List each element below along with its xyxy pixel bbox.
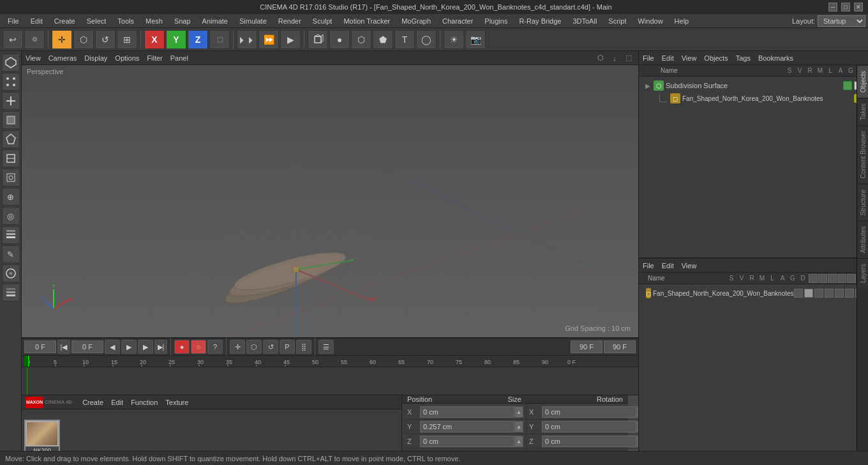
vp-menu-filter[interactable]: Filter bbox=[147, 54, 162, 62]
menu-rray[interactable]: R-Ray Bridge bbox=[514, 16, 566, 26]
tab-layers[interactable]: Layers bbox=[857, 258, 868, 288]
viewport-fullscreen-icon[interactable]: ⬚ bbox=[623, 52, 634, 64]
obj-menu-edit[interactable]: Edit bbox=[662, 54, 674, 62]
timeline-tracks[interactable] bbox=[22, 367, 638, 395]
material-nk200[interactable]: NK200 bbox=[24, 420, 60, 455]
attrib-menu-view[interactable]: View bbox=[682, 262, 697, 270]
obj-menu-file[interactable]: File bbox=[643, 54, 654, 62]
sculpt2-button[interactable] bbox=[2, 264, 20, 282]
polygons-mode-button[interactable] bbox=[2, 111, 20, 129]
size-z-input[interactable]: 0 cm bbox=[542, 436, 636, 447]
obj2-check-v[interactable] bbox=[804, 289, 813, 298]
menu-animate[interactable]: Animate bbox=[197, 16, 233, 26]
points-mode-button[interactable] bbox=[2, 73, 20, 91]
size-x-input[interactable]: 0 cm bbox=[542, 406, 636, 418]
timeline-view-btn[interactable]: ☰ bbox=[318, 340, 334, 354]
maximize-button[interactable]: □ bbox=[841, 3, 850, 11]
mat-menu-function[interactable]: Function bbox=[131, 399, 158, 406]
obj-check-s-subdivision[interactable] bbox=[843, 81, 852, 90]
cube-primitive-button[interactable] bbox=[308, 30, 328, 49]
obj2-check-s[interactable] bbox=[794, 289, 803, 298]
vp-menu-options[interactable]: Options bbox=[115, 54, 139, 62]
obj2-check-r[interactable] bbox=[814, 289, 823, 298]
tab-structure[interactable]: Structure bbox=[857, 184, 868, 221]
layer2-button[interactable] bbox=[2, 284, 20, 301]
start-frame-input[interactable]: 0 F bbox=[24, 340, 56, 353]
obj-row2-banknote[interactable]: ◻ Fan_Shaped_North_Korea_200_Won_Banknot… bbox=[641, 287, 865, 300]
x-axis-button[interactable]: X bbox=[144, 30, 165, 49]
uvw-mode-button[interactable] bbox=[2, 130, 20, 148]
key-back-btn[interactable]: ↺ bbox=[263, 340, 278, 354]
light-button[interactable]: ☀ bbox=[444, 30, 464, 49]
key-frame-btn[interactable]: ⬡ bbox=[246, 340, 262, 354]
transform-button[interactable]: ⊞ bbox=[117, 30, 137, 49]
end-frame-input[interactable]: 90 F bbox=[571, 340, 602, 353]
model-mode-button[interactable] bbox=[2, 54, 20, 72]
attrib-icon-1[interactable] bbox=[809, 274, 818, 283]
layer-button[interactable] bbox=[2, 226, 20, 244]
tab-objects[interactable]: Objects bbox=[857, 65, 868, 98]
menu-plugins[interactable]: Plugins bbox=[479, 16, 513, 26]
vp-menu-cameras[interactable]: Cameras bbox=[49, 54, 77, 62]
sphere-button[interactable]: ● bbox=[329, 30, 350, 49]
menu-window[interactable]: Window bbox=[632, 16, 668, 26]
expand-arrow-subdivision[interactable]: ▶ bbox=[644, 82, 652, 89]
layout-dropdown[interactable]: Startup Standard Modeling bbox=[818, 15, 865, 27]
obj-menu-objects[interactable]: Objects bbox=[704, 54, 728, 62]
play-forward-button[interactable]: ▶ bbox=[121, 340, 137, 354]
attrib-menu-file[interactable]: File bbox=[643, 262, 654, 270]
pos-z-stepper[interactable]: ▲ bbox=[514, 436, 523, 447]
pos-z-input[interactable]: 0 cm bbox=[420, 436, 514, 447]
window-controls[interactable]: ─ □ ✕ bbox=[828, 3, 863, 11]
viewport-canvas[interactable]: Perspective bbox=[22, 65, 638, 337]
vp-menu-display[interactable]: Display bbox=[84, 54, 107, 62]
obj-menu-view[interactable]: View bbox=[682, 54, 697, 62]
obj-menu-tags[interactable]: Tags bbox=[736, 54, 751, 62]
mat-menu-create[interactable]: Create bbox=[82, 399, 103, 406]
tab-takes[interactable]: Takes bbox=[857, 98, 868, 125]
symmetry-button[interactable]: ⊕ bbox=[2, 188, 20, 206]
camera-button[interactable]: 📷 bbox=[465, 30, 486, 49]
cylinder-button[interactable]: ⬡ bbox=[351, 30, 371, 49]
menu-file[interactable]: File bbox=[3, 16, 24, 26]
render-frame-button[interactable]: ⏩ bbox=[258, 30, 279, 49]
menu-mesh[interactable]: Mesh bbox=[140, 16, 168, 26]
menu-motion-tracker[interactable]: Motion Tracker bbox=[338, 16, 395, 26]
menu-3dtoall[interactable]: 3DToAll bbox=[567, 16, 602, 26]
tab-content-browser[interactable]: Content Browser bbox=[857, 125, 868, 183]
vp-menu-view[interactable]: View bbox=[26, 54, 41, 62]
menu-script[interactable]: Script bbox=[603, 16, 631, 26]
minimize-button[interactable]: ─ bbox=[828, 3, 837, 11]
world-axis-button[interactable]: ⬚ bbox=[209, 30, 230, 49]
attrib-icon-3[interactable] bbox=[828, 274, 837, 283]
pos-y-input[interactable]: 0.257 cm bbox=[420, 421, 514, 432]
viewport-expand-icon[interactable]: ⬡ bbox=[595, 52, 606, 64]
timeline-ruler[interactable]: 0 5 10 15 20 25 30 35 40 45 50 55 bbox=[22, 356, 638, 367]
key-help-button[interactable]: ? bbox=[207, 340, 223, 354]
menu-sculpt[interactable]: Sculpt bbox=[308, 16, 338, 26]
menu-character[interactable]: Character bbox=[437, 16, 478, 26]
record-button[interactable]: ● bbox=[174, 340, 190, 354]
move-tool-button[interactable]: ✛ bbox=[52, 30, 72, 49]
menu-snap[interactable]: Snap bbox=[169, 16, 196, 26]
attrib-icon-5[interactable] bbox=[847, 274, 856, 283]
tab-attributes[interactable]: Attributes bbox=[857, 220, 868, 258]
obj-row-banknote[interactable]: ◻ Fan_Shaped_North_Korea_200_Won_Banknot… bbox=[641, 92, 865, 105]
prev-frame-button[interactable]: ◀ bbox=[105, 340, 120, 354]
key-p-btn[interactable]: P bbox=[280, 340, 295, 354]
edges-mode-button[interactable] bbox=[2, 92, 20, 110]
prev-start-button[interactable]: |◀ bbox=[57, 340, 70, 354]
size-y-input[interactable]: 0 cm bbox=[542, 421, 636, 432]
obj2-check-a[interactable] bbox=[845, 289, 854, 298]
edge-mode-2-button[interactable] bbox=[2, 169, 20, 187]
next-end-button[interactable]: ▶| bbox=[154, 340, 167, 354]
menu-select[interactable]: Select bbox=[82, 16, 112, 26]
text-button[interactable]: T bbox=[394, 30, 415, 49]
render-all-button[interactable]: ▶ bbox=[280, 30, 301, 49]
y-axis-button[interactable]: Y bbox=[166, 30, 186, 49]
obj-row-subdivision[interactable]: ▶ ⬡ Subdivision Surface bbox=[641, 79, 865, 92]
menu-simulate[interactable]: Simulate bbox=[234, 16, 272, 26]
auto-key-button[interactable]: ○ bbox=[191, 340, 206, 354]
menu-tools[interactable]: Tools bbox=[112, 16, 139, 26]
menu-help[interactable]: Help bbox=[670, 16, 694, 26]
